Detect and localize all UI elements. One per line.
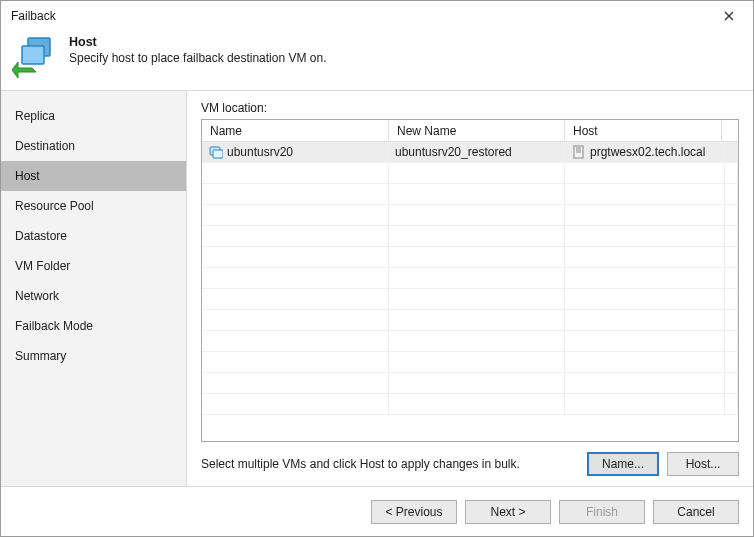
vm-icon	[208, 145, 223, 160]
table-row-empty	[202, 310, 738, 331]
table-row-empty	[202, 226, 738, 247]
name-button[interactable]: Name...	[587, 452, 659, 476]
svg-rect-5	[213, 150, 223, 158]
wizard-footer: < Previous Next > Finish Cancel	[1, 486, 753, 536]
col-header-end	[722, 120, 738, 141]
cell-name: ubuntusrv20	[202, 142, 389, 162]
table-row-empty	[202, 373, 738, 394]
sidebar-item-failback-mode[interactable]: Failback Mode	[1, 311, 186, 341]
table-row-empty	[202, 394, 738, 415]
cell-host: prgtwesx02.tech.local	[565, 142, 725, 162]
host-icon	[571, 145, 586, 160]
wizard-body: Replica Destination Host Resource Pool D…	[1, 91, 753, 486]
main-panel: VM location: Name New Name Host	[187, 91, 753, 486]
bulk-hint: Select multiple VMs and click Host to ap…	[201, 457, 579, 471]
table-row-empty	[202, 205, 738, 226]
table-row-empty	[202, 163, 738, 184]
sidebar-item-vm-folder[interactable]: VM Folder	[1, 251, 186, 281]
table-row-empty	[202, 247, 738, 268]
wizard-header: Host Specify host to place failback dest…	[1, 31, 753, 91]
vm-location-label: VM location:	[201, 101, 739, 115]
finish-button: Finish	[559, 500, 645, 524]
page-title: Host	[69, 35, 326, 49]
hint-row: Select multiple VMs and click Host to ap…	[201, 452, 739, 476]
wizard-steps-sidebar: Replica Destination Host Resource Pool D…	[1, 91, 187, 486]
cell-end	[725, 142, 738, 162]
col-header-host[interactable]: Host	[565, 120, 722, 141]
titlebar: Failback	[1, 1, 753, 31]
svg-rect-3	[22, 46, 44, 64]
close-icon	[724, 11, 734, 21]
sidebar-item-destination[interactable]: Destination	[1, 131, 186, 161]
table-row-empty	[202, 184, 738, 205]
cell-name-text: ubuntusrv20	[227, 145, 293, 159]
sidebar-item-resource-pool[interactable]: Resource Pool	[1, 191, 186, 221]
cell-host-text: prgtwesx02.tech.local	[590, 145, 705, 159]
table-row-empty	[202, 289, 738, 310]
page-subtitle: Specify host to place failback destinati…	[69, 51, 326, 65]
col-header-name[interactable]: Name	[202, 120, 389, 141]
previous-button[interactable]: < Previous	[371, 500, 457, 524]
sidebar-item-summary[interactable]: Summary	[1, 341, 186, 371]
col-header-new-name[interactable]: New Name	[389, 120, 565, 141]
table-row-empty	[202, 352, 738, 373]
window-title: Failback	[11, 9, 709, 23]
sidebar-item-datastore[interactable]: Datastore	[1, 221, 186, 251]
host-button[interactable]: Host...	[667, 452, 739, 476]
table-row[interactable]: ubuntusrv20 ubuntusrv20_restored	[202, 142, 738, 163]
table-row-empty	[202, 268, 738, 289]
failback-wizard-window: Failback Host Specify host to place fail…	[0, 0, 754, 537]
table-row-empty	[202, 331, 738, 352]
cell-new-name: ubuntusrv20_restored	[389, 142, 565, 162]
table-body: ubuntusrv20 ubuntusrv20_restored	[202, 142, 738, 415]
failback-icon	[11, 33, 61, 83]
close-button[interactable]	[709, 4, 749, 28]
vm-location-table[interactable]: Name New Name Host	[201, 119, 739, 442]
sidebar-item-network[interactable]: Network	[1, 281, 186, 311]
next-button[interactable]: Next >	[465, 500, 551, 524]
sidebar-item-host[interactable]: Host	[1, 161, 186, 191]
sidebar-item-replica[interactable]: Replica	[1, 101, 186, 131]
cell-new-name-text: ubuntusrv20_restored	[395, 145, 512, 159]
table-header: Name New Name Host	[202, 120, 738, 142]
cancel-button[interactable]: Cancel	[653, 500, 739, 524]
